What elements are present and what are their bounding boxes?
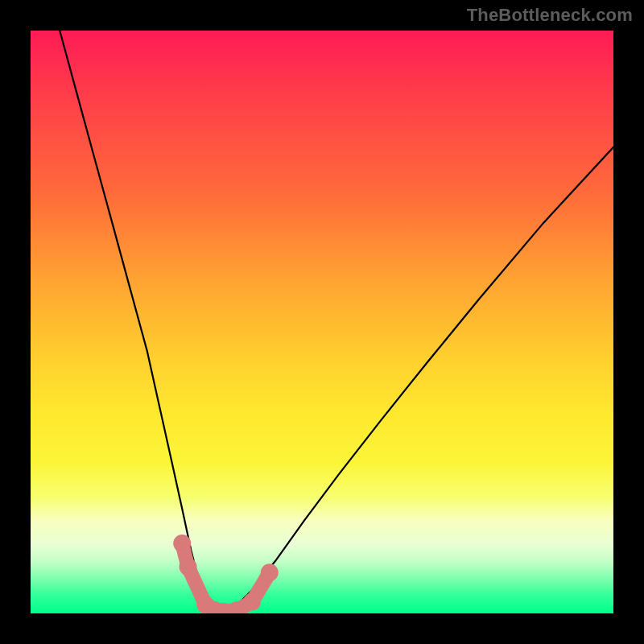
near-minimum-markers xyxy=(173,535,279,613)
marker-point xyxy=(180,558,197,576)
marker-point xyxy=(261,564,279,581)
watermark-text: TheBottleneck.com xyxy=(467,5,633,26)
marker-point xyxy=(243,593,261,611)
chart-plot-area xyxy=(31,31,613,613)
chart-svg xyxy=(31,31,613,613)
chart-frame: TheBottleneck.com xyxy=(0,0,644,644)
marker-point xyxy=(173,535,191,552)
curve-left-branch xyxy=(60,31,223,613)
curve-right-branch xyxy=(223,147,613,613)
